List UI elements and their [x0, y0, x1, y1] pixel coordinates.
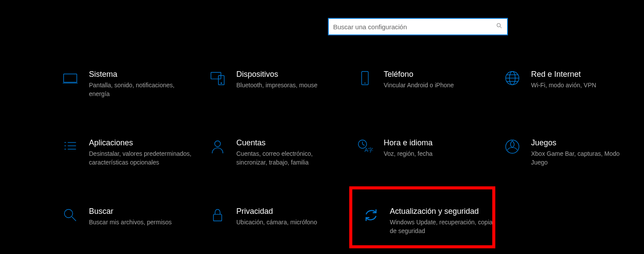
tile-gaming[interactable]: Juegos Xbox Game Bar, capturas, Modo Jue…	[503, 137, 644, 167]
tile-devices[interactable]: Dispositivos Bluetooth, impresoras, mous…	[208, 69, 356, 98]
svg-rect-2	[64, 74, 77, 82]
tile-text: Actualización y seguridad Windows Update…	[390, 206, 494, 235]
svg-point-25	[506, 140, 519, 153]
tile-title: Cuentas	[236, 137, 341, 148]
apps-icon	[61, 137, 79, 156]
tile-search[interactable]: Buscar Buscar mis archivos, permisos	[61, 206, 208, 235]
tile-desc: Windows Update, recuperación, copia de s…	[390, 218, 494, 235]
tile-title: Juegos	[531, 137, 636, 148]
tile-text: Red e Internet Wi-Fi, modo avión, VPN	[531, 69, 596, 89]
search-input[interactable]	[329, 23, 491, 31]
tile-title: Sistema	[89, 69, 194, 79]
network-icon	[503, 69, 521, 87]
tile-desc: Desinstalar, valores predeterminados, ca…	[89, 149, 194, 167]
tile-text: Juegos Xbox Game Bar, capturas, Modo Jue…	[531, 137, 636, 167]
tile-desc: Voz, región, fecha	[384, 149, 433, 158]
svg-rect-28	[214, 214, 222, 221]
search-category-icon	[61, 206, 79, 224]
tile-text: Dispositivos Bluetooth, impresoras, mous…	[236, 69, 317, 89]
tile-title: Aplicaciones	[89, 137, 194, 148]
gaming-icon	[503, 137, 521, 156]
search-container	[328, 18, 508, 35]
svg-point-6	[221, 82, 222, 83]
tile-desc: Buscar mis archivos, permisos	[89, 218, 172, 227]
tile-desc: Vincular Android o iPhone	[384, 81, 454, 89]
tile-title: Hora e idioma	[384, 137, 433, 148]
tile-desc: Wi-Fi, modo avión, VPN	[531, 81, 596, 89]
tile-text: Hora e idioma Voz, región, fecha	[384, 137, 433, 158]
svg-point-0	[497, 24, 501, 27]
tile-title: Actualización y seguridad	[390, 206, 494, 216]
tile-network[interactable]: Red e Internet Wi-Fi, modo avión, VPN	[503, 69, 644, 98]
tile-title: Teléfono	[384, 69, 454, 79]
tile-desc: Xbox Game Bar, capturas, Modo Juego	[531, 149, 636, 167]
tile-apps[interactable]: Aplicaciones Desinstalar, valores predet…	[61, 137, 208, 167]
time-language-icon: A字	[356, 137, 374, 156]
update-icon	[362, 206, 380, 224]
settings-grid: Sistema Pantalla, sonido, notificaciones…	[61, 69, 644, 235]
tile-time-language[interactable]: A字 Hora e idioma Voz, región, fecha	[356, 137, 503, 167]
privacy-icon	[208, 206, 227, 224]
system-icon	[61, 69, 79, 87]
tile-update-security[interactable]: Actualización y seguridad Windows Update…	[356, 206, 503, 235]
tile-text: Aplicaciones Desinstalar, valores predet…	[89, 137, 194, 167]
svg-rect-7	[361, 72, 368, 85]
tile-title: Privacidad	[236, 206, 317, 216]
svg-point-26	[65, 209, 73, 218]
tile-title: Buscar	[89, 206, 172, 216]
search-icon	[491, 22, 507, 31]
tile-desc: Bluetooth, impresoras, mouse	[236, 81, 317, 89]
svg-point-20	[215, 141, 220, 147]
svg-line-1	[500, 27, 502, 28]
tile-desc: Pantalla, sonido, notificaciones, energí…	[89, 81, 194, 98]
tile-desc: Ubicación, cámara, micrófono	[236, 218, 317, 227]
accounts-icon	[208, 137, 227, 156]
tile-text: Cuentas Cuentas, correo electrónico, sin…	[236, 137, 341, 167]
devices-icon	[208, 69, 227, 87]
tile-privacy[interactable]: Privacidad Ubicación, cámara, micrófono	[208, 206, 356, 235]
search-box[interactable]	[328, 18, 508, 35]
tile-desc: Cuentas, correo electrónico, sincronizar…	[236, 149, 341, 167]
tile-text: Buscar Buscar mis archivos, permisos	[89, 206, 172, 227]
svg-line-27	[72, 217, 76, 221]
phone-icon	[356, 69, 374, 87]
tile-text: Sistema Pantalla, sonido, notificaciones…	[89, 69, 194, 98]
tile-system[interactable]: Sistema Pantalla, sonido, notificaciones…	[61, 69, 208, 98]
tile-title: Dispositivos	[236, 69, 317, 79]
svg-line-23	[362, 144, 365, 145]
tile-text: Privacidad Ubicación, cámara, micrófono	[236, 206, 317, 227]
svg-text:A字: A字	[365, 147, 373, 153]
tile-accounts[interactable]: Cuentas Cuentas, correo electrónico, sin…	[208, 137, 356, 167]
tile-phone[interactable]: Teléfono Vincular Android o iPhone	[356, 69, 503, 98]
tile-title: Red e Internet	[531, 69, 596, 79]
tile-text: Teléfono Vincular Android o iPhone	[384, 69, 454, 89]
